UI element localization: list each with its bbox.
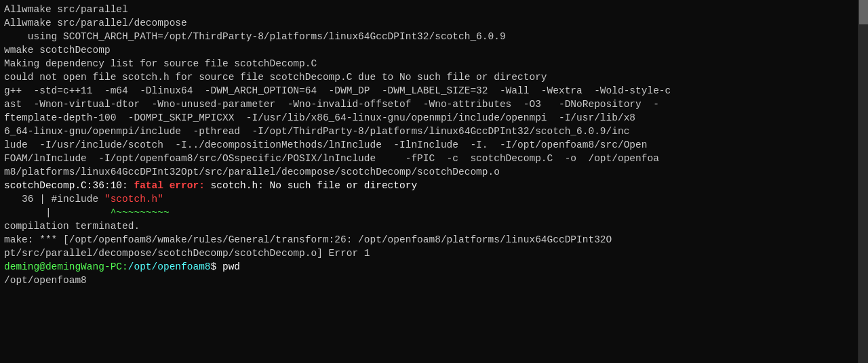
- terminal-line: lude -I/usr/include/scotch -I../decompos…: [4, 138, 852, 152]
- terminal-line: pt/src/parallel/decompose/scotchDecomp/s…: [4, 247, 852, 260]
- terminal-line: deming@demingWang-PC:/opt/openfoam8$ pwd: [4, 260, 852, 274]
- terminal-line: scotchDecomp.C:36:10: fatal error: scotc…: [4, 179, 852, 192]
- terminal-line: Making dependency list for source file s…: [4, 57, 852, 70]
- terminal-line: FOAM/lnInclude -I/opt/openfoam8/src/OSsp…: [4, 152, 852, 165]
- terminal-line: using SCOTCH_ARCH_PATH=/opt/ThirdParty-8…: [4, 30, 852, 43]
- terminal-line: compilation terminated.: [4, 219, 852, 233]
- terminal-line: Allwmake src/parallel/decompose: [4, 16, 852, 30]
- terminal-line: /opt/openfoam8: [4, 274, 852, 287]
- scrollbar[interactable]: [859, 0, 868, 363]
- terminal-line: m8/platforms/linux64GccDPInt32Opt/src/pa…: [4, 165, 852, 179]
- scrollbar-thumb[interactable]: [859, 0, 868, 24]
- terminal-line: ast -Wnon-virtual-dtor -Wno-unused-param…: [4, 98, 852, 111]
- terminal-line: g++ -std=c++11 -m64 -Dlinux64 -DWM_ARCH_…: [4, 84, 852, 98]
- terminal-line: 6_64-linux-gnu/openmpi/include -pthread …: [4, 125, 852, 138]
- terminal-line: could not open file scotch.h for source …: [4, 70, 852, 84]
- terminal-line: | ^~~~~~~~~~: [4, 206, 852, 219]
- terminal-line: Allwmake src/parallel: [4, 3, 852, 16]
- terminal-line: 36 | #include "scotch.h": [4, 192, 852, 206]
- terminal[interactable]: Allwmake src/parallelAllwmake src/parall…: [0, 0, 856, 363]
- terminal-line: wmake scotchDecomp: [4, 43, 852, 57]
- terminal-line: make: *** [/opt/openfoam8/wmake/rules/Ge…: [4, 233, 852, 247]
- terminal-line: ftemplate-depth-100 -DOMPI_SKIP_MPICXX -…: [4, 111, 852, 125]
